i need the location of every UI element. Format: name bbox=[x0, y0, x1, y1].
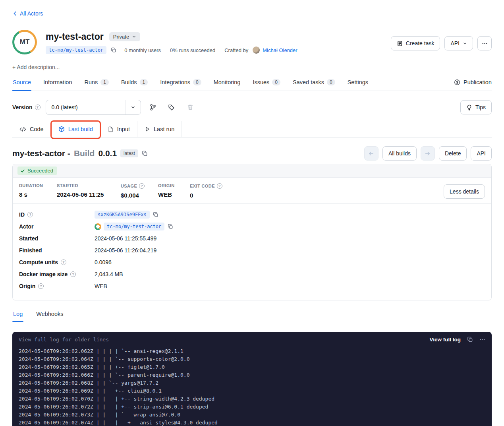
docker-image-size-value: 2,043.4 MB bbox=[95, 271, 123, 277]
exit-code-value: 0 bbox=[190, 192, 222, 199]
author-link[interactable]: Michał Olender bbox=[263, 47, 297, 53]
tab-input[interactable]: Input bbox=[100, 121, 137, 137]
build-api-label: API bbox=[477, 150, 486, 157]
build-api-button[interactable]: API bbox=[471, 146, 492, 161]
detail-row-docker-image-size: Docker image size 2,043.4 MB bbox=[19, 268, 485, 280]
copy-log-icon[interactable] bbox=[467, 337, 473, 343]
help-icon[interactable] bbox=[139, 183, 145, 189]
tab-code[interactable]: Code bbox=[12, 121, 51, 137]
tab-code-label: Code bbox=[30, 126, 44, 132]
copy-icon[interactable] bbox=[142, 151, 148, 157]
tab-settings[interactable]: Settings bbox=[347, 76, 369, 91]
build-id-badge[interactable]: sxzKGK5A93Se9FExs bbox=[95, 211, 150, 219]
log-line: 2024-05-06T09:26:02.069Z | | +-- cliui@8… bbox=[19, 387, 485, 395]
actor-path-badge[interactable]: tc-mo/my-test-actor bbox=[46, 46, 106, 54]
copy-icon[interactable] bbox=[111, 47, 116, 53]
build-actions: All builds Delete API bbox=[364, 146, 492, 161]
help-icon[interactable] bbox=[217, 183, 222, 189]
tab-integrations[interactable]: Integrations0 bbox=[160, 76, 201, 91]
trash-icon bbox=[187, 104, 193, 110]
tab-builds-label: Builds bbox=[121, 79, 137, 85]
detail-row-compute-units: Compute units 0.0096 bbox=[19, 256, 485, 268]
duration-value: 8 s bbox=[19, 191, 57, 198]
help-icon[interactable] bbox=[61, 259, 66, 265]
build-status-bar: Succeeded bbox=[13, 164, 491, 178]
tab-monitoring[interactable]: Monitoring bbox=[213, 76, 241, 91]
integrations-count-badge: 0 bbox=[193, 79, 201, 85]
visibility-dropdown[interactable]: Private bbox=[109, 32, 140, 41]
version-select[interactable]: 0.0 (latest) bbox=[46, 100, 141, 115]
build-log-console: View full log for older lines View full … bbox=[12, 332, 492, 426]
log-line: 2024-05-06T09:26:02.074Z | | | +-- ansi-… bbox=[19, 419, 485, 426]
finished-timestamp: 2024-05-06 11:26:04.219 bbox=[95, 247, 156, 254]
compute-units-label: Compute units bbox=[19, 259, 58, 265]
stat-exit-code: EXIT CODE 0 bbox=[190, 183, 222, 199]
add-description-link[interactable]: + Add description... bbox=[12, 64, 492, 70]
tab-runs-label: Runs bbox=[85, 79, 98, 85]
copy-icon[interactable] bbox=[153, 212, 158, 217]
next-build-button[interactable] bbox=[421, 146, 435, 161]
all-builds-button[interactable]: All builds bbox=[382, 146, 417, 161]
help-icon[interactable] bbox=[38, 283, 44, 289]
log-line: 2024-05-06T09:26:02.068Z | | `-- yargs@1… bbox=[19, 379, 485, 387]
log-more-options-icon[interactable] bbox=[479, 337, 485, 343]
create-task-button[interactable]: Create task bbox=[391, 36, 440, 50]
copy-icon[interactable] bbox=[168, 224, 173, 229]
arrow-left-icon bbox=[368, 151, 374, 157]
build-version-number: 0.0.1 bbox=[98, 149, 117, 158]
previous-build-button[interactable] bbox=[364, 146, 378, 161]
tips-button[interactable]: Tips bbox=[460, 100, 492, 114]
crafted-by-label: Crafted by bbox=[224, 47, 248, 53]
api-dropdown-button[interactable]: API bbox=[444, 36, 473, 50]
actor-path-badge[interactable]: tc-mo/my-test-actor bbox=[104, 223, 164, 230]
detail-row-actor: Actor tc-mo/my-test-actor bbox=[19, 221, 485, 232]
delete-version-button[interactable] bbox=[183, 101, 197, 114]
branch-button[interactable] bbox=[146, 101, 160, 114]
actor-avatar: MT bbox=[12, 30, 37, 54]
tab-information[interactable]: Information bbox=[43, 76, 73, 91]
view-older-lines-link[interactable]: View full log for older lines bbox=[19, 337, 109, 343]
actor-label: Actor bbox=[19, 223, 34, 230]
source-view-tabs: Code Last build Input Last run bbox=[12, 121, 492, 137]
runs-count-badge: 1 bbox=[100, 79, 109, 85]
create-task-label: Create task bbox=[406, 40, 434, 46]
view-full-log-link[interactable]: View full log bbox=[429, 337, 461, 343]
tab-source[interactable]: Source bbox=[12, 76, 31, 91]
tab-last-build-label: Last build bbox=[68, 126, 93, 132]
log-section-tabs: Log Webhooks bbox=[12, 308, 492, 322]
stat-usage: USAGE $0.004 bbox=[121, 183, 158, 199]
tab-saved-tasks[interactable]: Saved tasks0 bbox=[292, 76, 336, 91]
tab-webhooks[interactable]: Webhooks bbox=[35, 308, 64, 322]
help-icon[interactable] bbox=[27, 212, 33, 217]
help-icon[interactable] bbox=[70, 271, 76, 277]
build-heading-row: my-test-actor - Build 0.0.1 latest All b… bbox=[12, 146, 492, 161]
publication-link[interactable]: Publication bbox=[454, 79, 492, 91]
page-title: my-test-actor bbox=[46, 31, 104, 42]
less-details-button[interactable]: Less details bbox=[444, 184, 485, 199]
tab-last-run[interactable]: Last run bbox=[137, 121, 182, 137]
code-icon bbox=[19, 126, 26, 132]
play-icon bbox=[145, 126, 150, 132]
latest-badge: latest bbox=[120, 149, 138, 157]
tab-log[interactable]: Log bbox=[12, 308, 23, 322]
ellipsis-icon bbox=[482, 41, 488, 46]
help-icon[interactable] bbox=[35, 105, 41, 110]
more-actions-button[interactable] bbox=[477, 36, 492, 50]
tab-last-build[interactable]: Last build bbox=[51, 121, 100, 137]
version-selected-value: 0.0 (latest) bbox=[46, 100, 126, 114]
tab-issues[interactable]: Issues0 bbox=[252, 76, 281, 91]
breadcrumb-all-actors[interactable]: All Actors bbox=[12, 10, 43, 17]
tab-runs[interactable]: Runs1 bbox=[84, 76, 110, 91]
delete-build-button[interactable]: Delete bbox=[439, 146, 467, 161]
breadcrumb-label: All Actors bbox=[20, 10, 43, 17]
log-lines[interactable]: 2024-05-06T09:26:02.062Z | | | | `-- ans… bbox=[12, 345, 492, 426]
git-branch-icon bbox=[149, 104, 156, 111]
tab-builds[interactable]: Builds1 bbox=[121, 76, 148, 91]
detail-row-started: Started 2024-05-06 11:25:55.499 bbox=[19, 232, 485, 244]
tab-last-run-label: Last run bbox=[154, 126, 174, 132]
publication-dollar-icon bbox=[454, 79, 460, 85]
status-badge: Succeeded bbox=[17, 167, 57, 175]
compute-units-value: 0.0096 bbox=[95, 259, 112, 265]
tag-button[interactable] bbox=[165, 101, 178, 114]
delete-label: Delete bbox=[445, 150, 461, 157]
